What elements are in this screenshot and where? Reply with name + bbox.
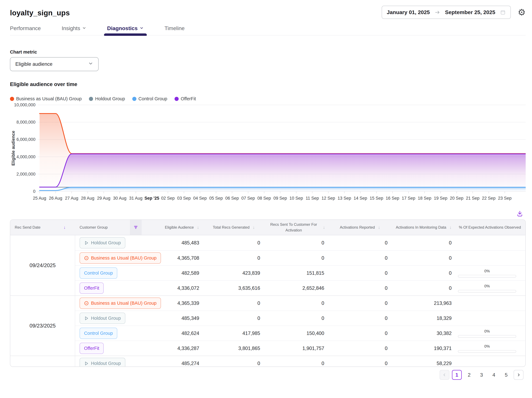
- pagination-page-5[interactable]: 5: [501, 370, 511, 380]
- sort-arrow-icon[interactable]: ↓: [63, 225, 66, 230]
- page-title: loyalty_sign_ups: [10, 9, 70, 17]
- legend-label: Business as Usual (BAU) Group: [16, 96, 82, 101]
- date-range-picker[interactable]: January 01, 2025 September 25, 2025: [382, 6, 511, 19]
- svg-text:26 Aug: 26 Aug: [49, 196, 62, 201]
- pagination-page-4[interactable]: 4: [489, 370, 499, 380]
- sort-arrow-icon[interactable]: ↓: [253, 225, 255, 230]
- pagination-page-2[interactable]: 2: [464, 370, 474, 380]
- download-icon[interactable]: [516, 210, 523, 217]
- sort-arrow-icon[interactable]: ↓: [450, 225, 452, 230]
- customer-group-badge-control[interactable]: Control Group: [80, 268, 117, 279]
- cell-eligible: 482,624: [161, 326, 203, 341]
- legend-dot-icon: [10, 97, 14, 101]
- chart-title: Eligible audience over time: [10, 81, 526, 87]
- tab-diagnostics[interactable]: Diagnostics: [107, 25, 144, 31]
- rec-send-date-cell: [10, 356, 75, 367]
- cell-pct-empty: [456, 250, 525, 265]
- pagination: 12345: [10, 370, 526, 380]
- pagination-next-button[interactable]: [514, 370, 523, 380]
- legend-item[interactable]: OfferFit: [175, 96, 196, 101]
- tab-timeline[interactable]: Timeline: [165, 25, 185, 31]
- cell-total_recs: 423,839: [203, 265, 264, 281]
- cell-total_recs: 0: [203, 356, 264, 367]
- cell-act_monitoring: 18,329: [392, 311, 456, 326]
- sort-arrow-icon[interactable]: ↓: [378, 225, 380, 230]
- cell-act_reported: 0: [328, 235, 392, 250]
- sort-arrow-icon[interactable]: ↓: [197, 225, 199, 230]
- svg-text:23 Sep: 23 Sep: [498, 196, 512, 201]
- customer-group-badge-offerfit[interactable]: OfferFit: [80, 343, 104, 354]
- column-header-total_recs[interactable]: Total Recs Generated↓: [203, 220, 264, 235]
- legend-label: Holdout Group: [95, 96, 125, 101]
- svg-text:19 Sep: 19 Sep: [434, 196, 448, 201]
- customer-group-badge-offerfit[interactable]: OfferFit: [80, 282, 104, 294]
- chart-legend: Business as Usual (BAU) GroupHoldout Gro…: [10, 96, 526, 101]
- pagination-page-3[interactable]: 3: [477, 370, 487, 380]
- chart-metric-label: Chart metric: [10, 49, 526, 55]
- pagination-prev-button[interactable]: [440, 370, 450, 380]
- date-range-start[interactable]: January 01, 2025: [387, 9, 430, 15]
- column-header-act_monitoring[interactable]: Activations In Monitoring Data↓: [392, 220, 456, 235]
- pct-progress-bar: [458, 350, 516, 353]
- tab-insights[interactable]: Insights: [62, 25, 86, 31]
- sort-arrow-icon[interactable]: ↓: [323, 225, 325, 230]
- legend-dot-icon: [89, 97, 93, 101]
- svg-text:20 Sep: 20 Sep: [450, 196, 463, 201]
- chart-metric-select[interactable]: Eligible audience: [10, 57, 99, 71]
- cell-recs_sent: 0: [264, 311, 328, 326]
- customer-group-badge-holdout[interactable]: Holdout Group: [80, 237, 125, 248]
- svg-text:27 Aug: 27 Aug: [65, 196, 78, 201]
- cell-recs_sent: 2,652,846: [264, 281, 328, 295]
- svg-text:2,000,000: 2,000,000: [16, 172, 35, 176]
- customer-group-badge-bau[interactable]: Business as Usual (BAU) Group: [80, 298, 161, 309]
- cell-recs_sent: 151,815: [264, 265, 328, 281]
- svg-text:07 Sep: 07 Sep: [241, 196, 255, 201]
- cell-total_recs: 0: [203, 235, 264, 250]
- svg-text:6,000,000: 6,000,000: [16, 137, 35, 142]
- column-header-eligible[interactable]: Eligible Audience↓: [161, 220, 203, 235]
- cell-act_reported: 0: [328, 311, 392, 326]
- cell-recs_sent: 0: [264, 356, 328, 367]
- customer-group-badge-holdout[interactable]: Holdout Group: [80, 313, 125, 324]
- settings-gear-icon[interactable]: ⚙: [518, 8, 526, 17]
- date-range-end[interactable]: September 25, 2025: [445, 9, 495, 15]
- cell-act_reported: 0: [328, 326, 392, 341]
- customer-group-badge-control[interactable]: Control Group: [80, 328, 117, 339]
- customer-group-badge-holdout[interactable]: Holdout Group: [80, 358, 125, 367]
- column-header-group[interactable]: Customer Group: [75, 220, 161, 235]
- table-row: Holdout Group485,27400058,229: [10, 356, 525, 367]
- cell-eligible: 4,336,287: [161, 341, 203, 356]
- column-header-date[interactable]: Rec Send Date↓: [10, 220, 75, 235]
- cell-act_monitoring: 213,963: [392, 295, 456, 311]
- legend-item[interactable]: Business as Usual (BAU) Group: [10, 96, 82, 101]
- pct-label: 0%: [484, 284, 490, 288]
- cell-eligible: 4,336,072: [161, 281, 203, 295]
- svg-text:11 Sep: 11 Sep: [306, 196, 319, 201]
- cell-eligible: 4,365,708: [161, 250, 203, 265]
- svg-text:28 Aug: 28 Aug: [81, 196, 94, 201]
- svg-text:03 Sep: 03 Sep: [177, 196, 191, 201]
- cell-pct-empty: [456, 356, 525, 367]
- column-header-act_reported[interactable]: Activations Reported↓: [328, 220, 392, 235]
- rec-send-date-cell: 09/24/2025: [10, 235, 75, 295]
- cell-eligible: 4,365,339: [161, 295, 203, 311]
- svg-text:29 Aug: 29 Aug: [97, 196, 110, 201]
- legend-item[interactable]: Control Group: [132, 96, 167, 101]
- customer-group-badge-bau[interactable]: Business as Usual (BAU) Group: [80, 252, 161, 264]
- table-row: Control Group482,589423,839151,815000%: [10, 265, 525, 281]
- cell-act_monitoring: 0: [392, 265, 456, 281]
- filter-icon[interactable]: [130, 220, 142, 235]
- tab-performance[interactable]: Performance: [10, 25, 41, 31]
- column-header-pct[interactable]: % Of Expected Activations Observed: [456, 220, 525, 235]
- eligible-audience-chart: 02,000,0004,000,0006,000,0008,000,00010,…: [10, 103, 526, 207]
- legend-label: OfferFit: [181, 96, 196, 101]
- cell-eligible: 485,274: [161, 356, 203, 367]
- svg-text:22 Sep: 22 Sep: [482, 196, 496, 201]
- svg-text:08 Sep: 08 Sep: [257, 196, 271, 201]
- cell-act_reported: 0: [328, 295, 392, 311]
- column-header-recs_sent[interactable]: Recs Sent To Customer For Activation↓: [264, 220, 328, 235]
- chart-metric-value: Eligible audience: [15, 61, 52, 67]
- pagination-page-1[interactable]: 1: [452, 370, 462, 380]
- cell-act_reported: 0: [328, 250, 392, 265]
- legend-item[interactable]: Holdout Group: [89, 96, 125, 101]
